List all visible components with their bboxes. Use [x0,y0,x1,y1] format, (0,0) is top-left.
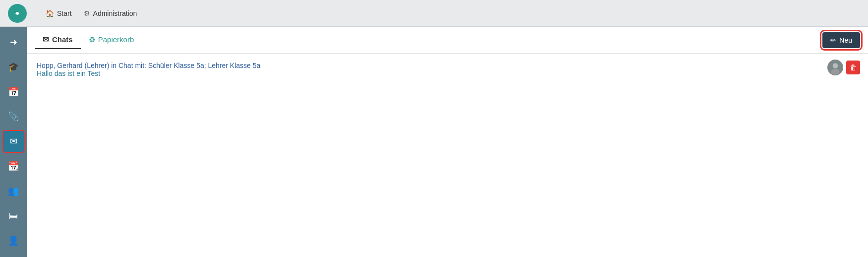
sidebar-item-calendar-grid[interactable]: 📆 [2,155,25,178]
delete-button[interactable]: 🗑 [846,61,860,74]
paperclip-icon: 📎 [8,111,19,122]
topbar: 🏠 Start ⚙ Administration [0,0,868,27]
sidebar-item-arrow[interactable]: ➜ [2,31,25,54]
new-button-label: Neu [839,36,852,44]
sidebar-item-users[interactable]: 👥 [2,180,25,202]
arrow-right-icon: ➜ [10,37,17,48]
sidebar-item-paperclip[interactable]: 📎 [2,105,25,128]
bed-icon: 🛏 [9,211,18,221]
chat-title[interactable]: Hopp, Gerhard (Lehrer) in Chat mit: Schü… [37,62,858,69]
papierkorb-tab-icon: ♻ [89,35,95,44]
nav-start[interactable]: 🏠 Start [41,6,77,20]
tab-chats-label: Chats [52,35,73,44]
content-area: Hopp, Gerhard (Lehrer) in Chat mit: Schü… [27,54,868,257]
new-button-icon: ✏ [830,36,836,44]
tab-papierkorb[interactable]: ♻ Papierkorb [81,31,142,49]
svg-point-2 [833,63,838,68]
chat-preview[interactable]: Hallo das ist ein Test [37,69,858,77]
calendar-grid-icon: 📆 [8,161,19,172]
sidebar-item-graduation[interactable]: 🎓 [2,56,25,78]
calendar-icon: 📅 [8,86,19,97]
tabs-bar: ✉ Chats ♻ Papierkorb ✏ Neu [27,27,868,54]
main-content: ✉ Chats ♻ Papierkorb ✏ Neu Hopp, Gerhard… [27,27,868,257]
avatar[interactable] [827,60,843,75]
topbar-nav: 🏠 Start ⚙ Administration [41,6,142,20]
nav-start-label: Start [57,9,72,17]
sidebar-item-user-info[interactable]: 👤 [2,229,25,252]
new-button[interactable]: ✏ Neu [822,32,860,48]
nav-administration-label: Administration [93,9,137,17]
new-button-wrapper: ✏ Neu [822,32,860,48]
list-item: Hopp, Gerhard (Lehrer) in Chat mit: Schü… [37,62,858,77]
app-logo[interactable] [8,4,27,23]
home-icon: 🏠 [46,9,54,17]
mail-icon: ✉ [10,136,17,147]
tab-papierkorb-label: Papierkorb [98,35,134,44]
user-info-icon: 👤 [8,235,19,246]
sidebar-item-mail[interactable]: ✉ [2,130,25,153]
sidebar-item-bed[interactable]: 🛏 [2,204,25,227]
sidebar-item-calendar[interactable]: 📅 [2,80,25,103]
users-icon: 👥 [8,186,19,196]
sidebar: ➜ 🎓 📅 📎 ✉ 📆 👥 🛏 👤 [0,27,27,257]
nav-administration[interactable]: ⚙ Administration [79,6,142,20]
chat-actions: 🗑 [827,60,860,75]
tab-chats[interactable]: ✉ Chats [35,31,81,49]
graduation-cap-icon: 🎓 [8,62,19,72]
trash-icon: 🗑 [850,64,857,71]
main-layout: ➜ 🎓 📅 📎 ✉ 📆 👥 🛏 👤 ✉ [0,27,868,257]
chats-tab-icon: ✉ [43,35,49,44]
gear-icon: ⚙ [84,9,90,17]
